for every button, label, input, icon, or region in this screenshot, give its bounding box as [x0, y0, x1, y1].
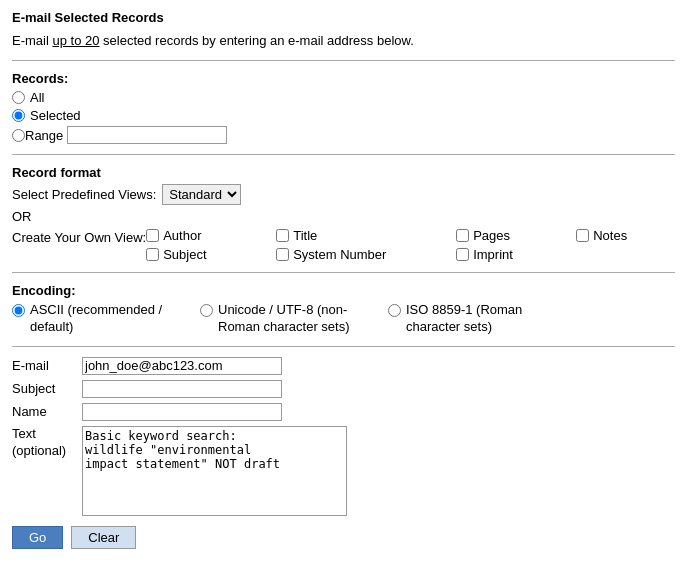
cb-pages[interactable]	[456, 229, 469, 242]
checkboxes-grid: Author Title Pages Notes Subject System …	[146, 228, 656, 262]
records-section: Records: All Selected Range	[12, 71, 675, 144]
divider-encoding	[12, 346, 675, 347]
cb-subject[interactable]	[146, 248, 159, 261]
encoding-label: Encoding:	[12, 283, 675, 298]
cb-notes[interactable]	[576, 229, 589, 242]
form-row-name: Name	[12, 403, 675, 421]
cb-sysnumber[interactable]	[276, 248, 289, 261]
cb-item-pages: Pages	[456, 228, 576, 243]
radio-selected[interactable]	[12, 109, 25, 122]
cb-item-author: Author	[146, 228, 276, 243]
text-textarea[interactable]	[82, 426, 347, 516]
encoding-section: Encoding: ASCII (recommended / default) …	[12, 283, 675, 336]
radio-enc-ascii[interactable]	[12, 304, 25, 317]
cb-author-label: Author	[163, 228, 201, 243]
cb-item-title: Title	[276, 228, 456, 243]
clear-button[interactable]: Clear	[71, 526, 136, 549]
record-format-title: Record format	[12, 165, 675, 180]
subtitle: E-mail up to 20 selected records by ente…	[12, 33, 675, 48]
page-title: E-mail Selected Records	[12, 10, 675, 25]
cb-item-notes: Notes	[576, 228, 656, 243]
record-format-section: Record format Select Predefined Views: S…	[12, 165, 675, 262]
range-input[interactable]	[67, 126, 227, 144]
form-row-subject: Subject	[12, 380, 675, 398]
cb-subject-label: Subject	[163, 247, 206, 262]
buttons-row: Go Clear	[12, 526, 675, 549]
predefined-select[interactable]: Standard Brief Full	[162, 184, 241, 205]
subject-input[interactable]	[82, 380, 282, 398]
email-input[interactable]	[82, 357, 282, 375]
email-label: E-mail	[12, 358, 82, 373]
cb-pages-label: Pages	[473, 228, 510, 243]
subtitle-underline: up to 20	[52, 33, 99, 48]
enc-ascii-label: ASCII (recommended / default)	[30, 302, 180, 336]
radio-all-label: All	[30, 90, 44, 105]
encoding-option-unicode: Unicode / UTF-8 (non-Roman character set…	[200, 302, 368, 336]
subtitle-suffix: selected records by entering an e-mail a…	[99, 33, 413, 48]
create-view-row: Create Your Own View: Author Title Pages…	[12, 228, 675, 262]
form-row-email: E-mail	[12, 357, 675, 375]
cb-item-imprint: Imprint	[456, 247, 576, 262]
radio-all[interactable]	[12, 91, 25, 104]
radio-enc-unicode[interactable]	[200, 304, 213, 317]
radio-selected-label: Selected	[30, 108, 81, 123]
divider-records	[12, 154, 675, 155]
create-view-label: Create Your Own View:	[12, 228, 146, 245]
name-label: Name	[12, 404, 82, 419]
cb-sysnumber-label: System Number	[293, 247, 386, 262]
enc-unicode-label: Unicode / UTF-8 (non-Roman character set…	[218, 302, 368, 336]
form-row-text: Text(optional)	[12, 426, 675, 516]
cb-title[interactable]	[276, 229, 289, 242]
predefined-label: Select Predefined Views:	[12, 187, 156, 202]
radio-enc-iso[interactable]	[388, 304, 401, 317]
cb-imprint[interactable]	[456, 248, 469, 261]
go-button[interactable]: Go	[12, 526, 63, 549]
name-input[interactable]	[82, 403, 282, 421]
records-label: Records:	[12, 71, 675, 86]
predefined-row: Select Predefined Views: Standard Brief …	[12, 184, 675, 205]
cb-item-sysnumber: System Number	[276, 247, 456, 262]
cb-imprint-label: Imprint	[473, 247, 513, 262]
radio-row-range: Range	[12, 126, 675, 144]
radio-range-label: Range	[25, 128, 63, 143]
encoding-option-ascii: ASCII (recommended / default)	[12, 302, 180, 336]
text-label: Text(optional)	[12, 426, 82, 460]
radio-row-all: All	[12, 90, 675, 105]
encoding-option-iso: ISO 8859-1 (Roman character sets)	[388, 302, 556, 336]
or-row: OR	[12, 209, 675, 224]
cb-notes-label: Notes	[593, 228, 627, 243]
enc-iso-label: ISO 8859-1 (Roman character sets)	[406, 302, 556, 336]
radio-range[interactable]	[12, 129, 25, 142]
subject-label: Subject	[12, 381, 82, 396]
radio-row-selected: Selected	[12, 108, 675, 123]
divider-top	[12, 60, 675, 61]
email-form-section: E-mail Subject Name Text(optional)	[12, 357, 675, 516]
cb-title-label: Title	[293, 228, 317, 243]
subtitle-prefix: E-mail	[12, 33, 52, 48]
cb-item-subject: Subject	[146, 247, 276, 262]
encoding-options: ASCII (recommended / default) Unicode / …	[12, 302, 675, 336]
divider-format	[12, 272, 675, 273]
cb-author[interactable]	[146, 229, 159, 242]
